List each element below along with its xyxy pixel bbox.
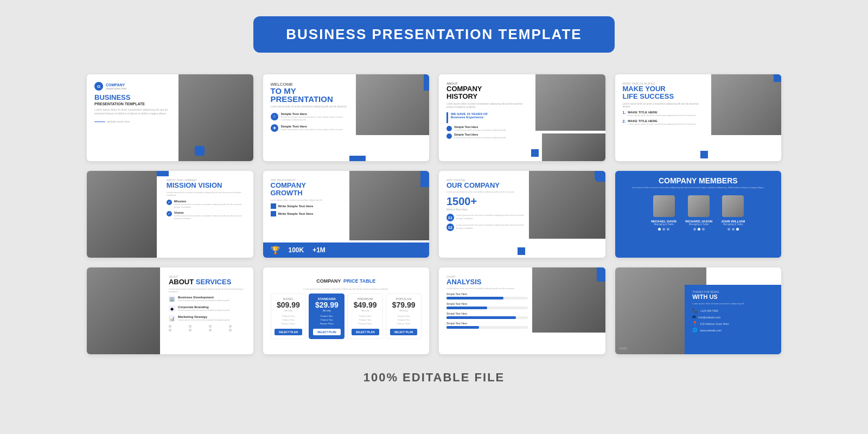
slide-8-company-members[interactable]: COMPANY MEMBERS Lorem ipsum dolor sit am… (615, 171, 782, 258)
s12-content: THANKS FOR BEING WITH US Lorem ipsum dol… (685, 285, 781, 354)
s11-body: Lorem ipsum dolor sit amet consectetur a… (446, 287, 528, 290)
slide-11-chart-analysis[interactable]: CHART ANALYSIS Lorem ipsum dolor sit ame… (439, 267, 605, 354)
s7-item1: Lorem ipsum dolor sit amet consectetur a… (456, 214, 525, 221)
s6-image (349, 171, 429, 240)
s10-plan1-btn[interactable]: SELECT PLAN (275, 329, 302, 335)
s10-plan3-btn[interactable]: SELECT PLAN (352, 329, 379, 335)
location-icon: 📍 (692, 321, 698, 326)
s8-member-2: RICHARD JASON Managing & Sales (685, 195, 712, 231)
slide-6-company-growth[interactable]: THE TRUTH ABOUT COMPANYGROWTH Lorem ipsu… (263, 171, 430, 258)
s3-image-top (535, 74, 605, 131)
s4-accent-br (700, 151, 708, 158)
s10-plan2-btn[interactable]: SELECT PLAN (313, 329, 341, 335)
s8-dot (702, 228, 705, 231)
s4-num2: 2. (623, 119, 626, 125)
s4-title: MAKE YOURLIFE SUCCESS (623, 85, 704, 101)
s1-heading: BUSINESS (94, 94, 177, 101)
s1-accent (195, 146, 205, 156)
slide-9-about-services[interactable]: ABOUT ABOUT SERVICES Lorem ipsum dolor s… (87, 267, 253, 354)
s8-dot (667, 228, 669, 231)
s8-header: COMPANY MEMBERS Lorem ipsum dolor sit am… (615, 171, 782, 195)
s10-plan4-btn[interactable]: SELECT PLAN (390, 329, 418, 335)
phone-icon: 📞 (692, 308, 698, 313)
s12-contact1: 📞 +123 456 7890 (692, 308, 774, 313)
s5-title: MISSION VISION (167, 182, 247, 189)
slide-3-company-history[interactable]: ABOUT COMPANYHISTORY Lorem ipsum dolor s… (439, 74, 605, 161)
s7-item2: Lorem ipsum dolor sit amet consectetur a… (456, 224, 525, 231)
s8-avatar-3 (722, 195, 744, 217)
slide-2-welcome[interactable]: WELCOME TO MYPRESENTATION Lorem ipsum do… (263, 74, 430, 161)
s1-subheading: PRESENTATION TEMPLATE (94, 102, 177, 106)
s8-member1-role: Managing & Sales (654, 223, 674, 226)
s10-plan-standard: STANDARD $29.99 /Monthly Feature OneFeat… (309, 293, 344, 339)
s3-item1-sub: Lorem ipsum dolor sit amet consectetur a… (454, 129, 506, 131)
s10-title-p1: COMPANY (316, 278, 341, 284)
s8-dot (698, 228, 700, 231)
s11-accent (597, 267, 605, 282)
s9-image (87, 267, 160, 354)
slide-7-why-choose[interactable]: WHY CHOOSE OUR COMPANY Lorem ipsum dolor… (439, 171, 605, 258)
s9-title-blue: SERVICES (196, 278, 232, 286)
s8-dot (732, 228, 735, 231)
s12-contact4: 🌐 www.website.com (692, 328, 774, 333)
s12-contact3: 📍 123 Address Goes Here (692, 321, 774, 326)
s1-footer: website name here (94, 120, 177, 123)
s8-member-1: MICHAEL DAVIS Managing & Sales (651, 195, 676, 231)
slide-10-price-table[interactable]: COMPANY PRICE TABLE Lorem ipsum dolor si… (263, 267, 430, 354)
s2-item1-sub: Donec accumsan a arcu at tincidunt. Lore… (281, 116, 349, 121)
slide-5-mission-vision[interactable]: ABOUT OUR COMPANY MISSION VISION Lorem i… (87, 171, 253, 258)
s8-dot (693, 228, 696, 231)
s4-item2-sub: Lorem ipsum dolor sit amet consectetur a… (628, 123, 696, 125)
s8-dot (658, 228, 661, 231)
s8-avatar-2 (688, 195, 710, 217)
s10-plan3-features: Feature OneFeature TwoFeature Three (359, 315, 372, 326)
s10-plan4-features: Feature OneFeature TwoFeature Three (397, 315, 410, 326)
s5-vision-sub: Lorem ipsum dolor sit amet consectetur a… (174, 214, 247, 220)
s3-body: Lorem ipsum dolor sit amet consectetur a… (446, 103, 528, 110)
s11-bar3: Simple Text Here (446, 312, 528, 319)
s8-member-3: JOHN WILLIAM Managing & Sales (721, 195, 745, 231)
s11-bar4: Simple Text Here (446, 322, 528, 329)
header-title-box: BUSINESS PRESENTATION TEMPLATE (253, 16, 614, 53)
s10-plan1-features: Feature OneFeature TwoFeature Three (282, 315, 295, 326)
s10-plans-list: BASIC $09.99 /Monthly Feature OneFeature… (271, 293, 422, 339)
s2-body: Lorem ipsum dolor sit amet consectetur a… (271, 105, 349, 109)
slides-grid: G COMPANY slogan goes here BUSINESS PRES… (87, 74, 781, 354)
s10-plan-popular: POPULAR $79.99 /Monthly Feature OneFeatu… (386, 293, 422, 339)
s3-item2-sub: Lorem ipsum dolor sit amet consectetur a… (454, 136, 506, 139)
s9-serv2-sub: Lorem ipsum dolor sit amet consectetur a… (178, 309, 230, 311)
s6-item1: Write Simple Text Here (278, 205, 314, 208)
s5-content: ABOUT OUR COMPANY MISSION VISION Lorem i… (160, 171, 253, 258)
s8-member2-role: Managing & Sales (689, 223, 709, 226)
slide-12-thanks[interactable]: THANKS FOR BEING WITH US Lorem ipsum dol… (615, 267, 782, 354)
s12-contact2: ✉ info@website.com (692, 315, 774, 320)
s1-body: Lorem ipsum dolor sit amet consectetur a… (94, 108, 177, 116)
s6-stat1: 100K (289, 246, 304, 254)
s10-plan-basic: BASIC $09.99 /Monthly Feature OneFeature… (271, 293, 307, 339)
s6-stats-bar: 🏆 100K +1M (263, 242, 430, 258)
footer-label: 100% EDITABLE FILE (363, 371, 505, 385)
s11-title: ANALYSIS (446, 278, 528, 286)
s8-member3-role: Managing & Sales (723, 223, 743, 226)
s3-accent (531, 149, 539, 157)
s9-body: Lorem ipsum dolor sit amet consectetur a… (169, 288, 248, 293)
s4-item1-sub: Lorem ipsum dolor sit amet consectetur a… (628, 114, 696, 117)
s2-accent-tr (424, 74, 429, 91)
s8-dot (662, 228, 665, 231)
s1-logo-sub: slogan goes here (106, 87, 126, 90)
s11-bar1: Simple Text Here (446, 292, 528, 299)
s8-title: COMPANY MEMBERS (623, 176, 774, 185)
slide-4-life-success[interactable]: WORK HARD IN SILENCE MAKE YOURLIFE SUCCE… (615, 74, 782, 161)
s12-logo: LOGO (620, 347, 627, 350)
s6-stat2: +1M (312, 246, 326, 254)
s3-title: COMPANYHISTORY (446, 85, 528, 101)
s11-image (532, 267, 605, 333)
s5-accent (157, 171, 169, 176)
s2-item2-sub: Donec accumsan a arcu at tincidunt. Lore… (281, 128, 343, 131)
s10-plan-premium: PREMIUM $49.99 /Monthly Feature OneFeatu… (347, 293, 383, 339)
s1-image (178, 74, 253, 161)
s4-image (711, 74, 781, 135)
s10-title-p2: PRICE TABLE (343, 278, 375, 284)
slide-1-business[interactable]: G COMPANY slogan goes here BUSINESS PRES… (87, 74, 253, 161)
s9-serv1-sub: Lorem ipsum dolor sit amet consectetur a… (178, 299, 230, 302)
